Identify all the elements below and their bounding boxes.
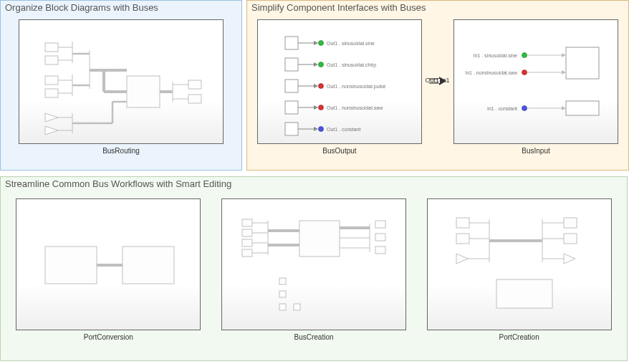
svg-rect-0 [45,43,58,52]
diagram-bus-output: Out1 . sinusoidal.sineOut1 . sinusoidal.… [257,19,422,144]
svg-text:Out1 . nonsinusoidal.pulse: Out1 . nonsinusoidal.pulse [327,84,386,90]
svg-marker-5 [45,126,58,135]
svg-marker-72 [562,106,566,110]
svg-point-61 [522,53,527,58]
svg-rect-99 [294,304,300,310]
thumb-bus-output-label: BusOutput [322,147,356,155]
svg-marker-48 [314,105,318,110]
svg-rect-93 [375,221,385,228]
svg-point-54 [319,127,324,132]
panel-organize: Organize Block Diagrams with Buses [0,0,242,171]
svg-text:In1 . constant: In1 . constant [487,106,517,111]
svg-rect-31 [285,37,298,49]
svg-text:Out1 . nonsinusoidal.saw: Out1 . nonsinusoidal.saw [327,105,383,110]
svg-text:Out1 . constant: Out1 . constant [327,127,361,132]
svg-rect-113 [564,234,577,244]
diagram-port-conversion [16,198,201,330]
svg-rect-3 [45,89,58,97]
thumb-bus-creation-label: BusCreation [294,333,333,341]
diagram-port-creation [427,198,612,330]
svg-marker-67 [562,70,566,75]
svg-rect-1 [45,56,58,64]
thumb-port-conversion-label: PortConversion [84,333,133,341]
diagram-bus-input: In1 . sinusoidal.sine In1 . nonsinusoida… [453,19,618,144]
svg-rect-2 [45,76,58,85]
thumb-bus-routing-label: BusRouting [102,147,140,155]
svg-rect-68 [566,47,599,79]
svg-point-70 [522,106,527,111]
svg-text:Out1 . sinusoidal.chirp: Out1 . sinusoidal.chirp [327,62,376,68]
svg-rect-24 [127,76,160,107]
svg-marker-53 [314,127,318,131]
thumb-bus-output[interactable]: Out1 . sinusoidal.sineOut1 . sinusoidal.… [257,19,422,155]
svg-point-65 [522,70,527,75]
svg-rect-101 [456,234,469,244]
panel-simplify-title: Simplify Component Interfaces with Buses [251,2,426,13]
thumb-port-creation-label: PortCreation [499,333,539,341]
thumb-bus-routing[interactable]: BusRouting [19,19,224,155]
svg-rect-51 [285,123,298,135]
thumb-port-creation[interactable]: PortCreation [427,198,612,341]
svg-rect-41 [285,80,298,92]
svg-rect-78 [242,229,252,236]
svg-marker-4 [45,113,58,122]
svg-rect-46 [285,101,298,114]
svg-rect-94 [375,234,385,241]
svg-rect-112 [564,218,577,228]
svg-text:Out1 . sinusoidal.sine: Out1 . sinusoidal.sine [327,41,375,46]
thumb-bus-input-label: BusInput [522,147,549,155]
svg-rect-98 [279,304,286,310]
svg-rect-97 [279,291,286,297]
svg-point-39 [319,62,324,67]
diagram-bus-creation [221,198,406,330]
port-label-out1: Out1 [425,77,439,84]
svg-rect-29 [188,80,201,89]
svg-marker-43 [314,84,318,88]
svg-marker-114 [564,254,575,264]
svg-rect-30 [188,95,201,103]
panel-streamline: Streamline Common Bus Workflows with Sma… [0,176,628,361]
svg-text:In1 . nonsinusoidal.saw: In1 . nonsinusoidal.saw [465,70,518,75]
svg-rect-36 [285,58,298,71]
svg-point-44 [319,84,324,89]
svg-rect-100 [456,218,469,228]
svg-marker-63 [562,53,566,57]
diagram-bus-routing [19,19,224,144]
svg-rect-79 [242,239,252,246]
svg-rect-76 [123,246,174,284]
svg-marker-102 [456,254,468,264]
port-label-in1: In1 [441,77,450,84]
svg-marker-33 [314,41,318,45]
thumb-port-conversion[interactable]: PortConversion [16,198,201,341]
svg-point-49 [319,105,324,110]
thumb-bus-input[interactable]: In1 . sinusoidal.sine In1 . nonsinusoida… [453,19,618,155]
svg-rect-73 [566,101,599,115]
thumb-bus-creation[interactable]: BusCreation [221,198,406,341]
svg-rect-88 [299,221,340,257]
svg-text:In1 . sinusoidal.sine: In1 . sinusoidal.sine [474,53,518,58]
svg-rect-95 [375,246,385,254]
svg-rect-74 [45,246,97,284]
svg-rect-115 [496,279,552,308]
svg-rect-77 [242,219,252,226]
svg-marker-38 [314,62,318,67]
panel-organize-title: Organize Block Diagrams with Buses [5,2,158,13]
panel-streamline-title: Streamline Common Bus Workflows with Sma… [5,178,231,189]
svg-point-34 [319,41,324,46]
svg-rect-80 [242,249,252,257]
svg-rect-96 [279,278,286,284]
panel-simplify: Simplify Component Interfaces with Buses… [246,0,629,171]
